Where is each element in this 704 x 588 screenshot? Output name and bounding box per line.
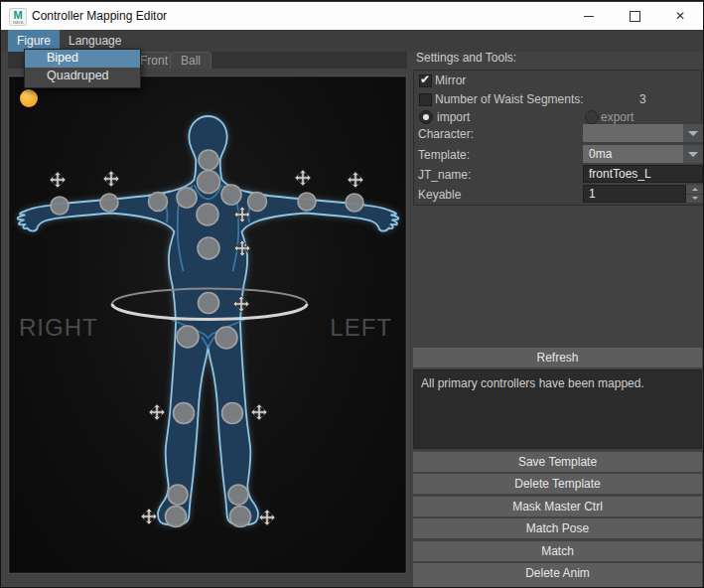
- controller-dot-chest[interactable]: [197, 204, 218, 225]
- controller-dot-knee-right[interactable]: [174, 403, 195, 424]
- chevron-down-icon: [688, 131, 698, 136]
- mirror-checkbox[interactable]: ✔: [419, 74, 432, 87]
- close-button[interactable]: ✕: [657, 2, 703, 30]
- minimize-button[interactable]: [566, 2, 612, 30]
- controller-dot-wrist-right[interactable]: [51, 197, 69, 215]
- chevron-up-icon: [692, 188, 698, 191]
- controller-dot-neck[interactable]: [198, 171, 220, 194]
- minimize-icon: [584, 16, 594, 17]
- chevron-down-icon: [692, 197, 698, 200]
- controller-dot-spine[interactable]: [198, 237, 219, 259]
- controller-dot-clavicle-right[interactable]: [177, 188, 197, 208]
- menu-item-biped[interactable]: Biped: [25, 50, 140, 68]
- move-handle-icon[interactable]: [103, 171, 119, 187]
- tab-ball[interactable]: Ball: [170, 52, 211, 69]
- settings-groupbox: ✔ Mirror Number of Waist Segments: 3 imp…: [413, 70, 702, 206]
- maya-app-icon: MMAYA: [9, 8, 27, 26]
- controller-dot-wrist-left[interactable]: [346, 194, 363, 212]
- refresh-button[interactable]: Refresh: [413, 348, 702, 368]
- controller-dot-toe-left[interactable]: [230, 507, 251, 527]
- move-handle-icon[interactable]: [50, 172, 66, 188]
- delete-anim-button[interactable]: Delete Anim: [413, 563, 702, 588]
- match-button[interactable]: Match: [413, 541, 702, 561]
- controller-dot-shoulder-left[interactable]: [248, 193, 267, 212]
- controller-dot-ankle-right[interactable]: [168, 485, 188, 505]
- move-handle-icon[interactable]: [149, 404, 165, 420]
- close-icon: ✕: [675, 10, 685, 22]
- menu-item-quadruped[interactable]: Quadruped: [25, 68, 140, 85]
- spinner-down-button[interactable]: [686, 195, 703, 204]
- maximize-button[interactable]: [612, 2, 657, 30]
- spinner-up-button[interactable]: [686, 185, 703, 194]
- move-handle-icon[interactable]: [251, 404, 267, 420]
- waist-segments-label: Number of Waist Segments:: [435, 92, 584, 106]
- status-indicator-dot[interactable]: [20, 89, 38, 107]
- right-side-label: RIGHT: [19, 314, 98, 342]
- controller-dot-clavicle-left[interactable]: [221, 185, 241, 205]
- keyable-spinner: [686, 185, 703, 203]
- template-label: Template:: [418, 148, 470, 162]
- figure-menu-dropdown: Biped Quadruped: [24, 49, 141, 88]
- jt-name-label: JT_name:: [418, 168, 471, 182]
- controller-dot-elbow-left[interactable]: [298, 193, 316, 211]
- keyable-label: Keyable: [418, 188, 461, 202]
- chevron-down-icon: [688, 152, 698, 157]
- window-title: Controller Mapping Editor: [32, 2, 167, 30]
- delete-template-button[interactable]: Delete Template: [413, 474, 702, 494]
- controller-dot-shoulder-right[interactable]: [149, 193, 168, 212]
- move-handle-icon[interactable]: [259, 510, 275, 525]
- export-label: export: [601, 110, 634, 124]
- match-pose-button[interactable]: Match Pose: [413, 518, 702, 538]
- save-template-button[interactable]: Save Template: [413, 452, 702, 472]
- import-radio[interactable]: [419, 110, 433, 124]
- export-radio[interactable]: [585, 110, 599, 124]
- mirror-label: Mirror: [435, 74, 466, 87]
- controller-dot-hip-left[interactable]: [215, 327, 237, 349]
- mask-master-ctrl-button[interactable]: Mask Master Ctrl: [413, 497, 702, 516]
- move-handle-icon[interactable]: [295, 170, 311, 186]
- controller-dot-hip-right[interactable]: [177, 326, 199, 348]
- jt-name-input[interactable]: frontToes_L: [583, 165, 703, 183]
- template-combo[interactable]: 0ma: [583, 145, 683, 163]
- controller-dot-knee-left[interactable]: [222, 403, 243, 424]
- move-handle-icon[interactable]: [141, 509, 157, 524]
- left-side-label: LEFT: [330, 314, 392, 342]
- controller-dot-elbow-right[interactable]: [100, 194, 118, 212]
- controller-dot-ankle-left[interactable]: [228, 485, 248, 505]
- waist-segments-value: 3: [639, 92, 646, 106]
- figure-canvas[interactable]: RIGHT LEFT: [8, 75, 407, 574]
- controller-dot-toe-right[interactable]: [166, 507, 187, 527]
- character-combo-arrow[interactable]: [683, 124, 703, 142]
- character-combo[interactable]: [583, 124, 683, 142]
- status-message-box: All primary controllers have been mapped…: [413, 369, 702, 449]
- character-label: Character:: [418, 127, 474, 141]
- move-handle-icon[interactable]: [348, 172, 363, 188]
- keyable-input[interactable]: 1: [583, 185, 686, 203]
- settings-section-title: Settings and Tools:: [416, 51, 516, 65]
- controller-dot-root[interactable]: [199, 293, 219, 314]
- template-combo-arrow[interactable]: [683, 145, 703, 163]
- waist-segments-checkbox[interactable]: [419, 93, 432, 106]
- maximize-icon: [630, 11, 640, 22]
- import-label: import: [437, 110, 470, 124]
- controller-dot-head[interactable]: [199, 150, 218, 170]
- title-bar: MMAYA Controller Mapping Editor ✕: [1, 0, 703, 32]
